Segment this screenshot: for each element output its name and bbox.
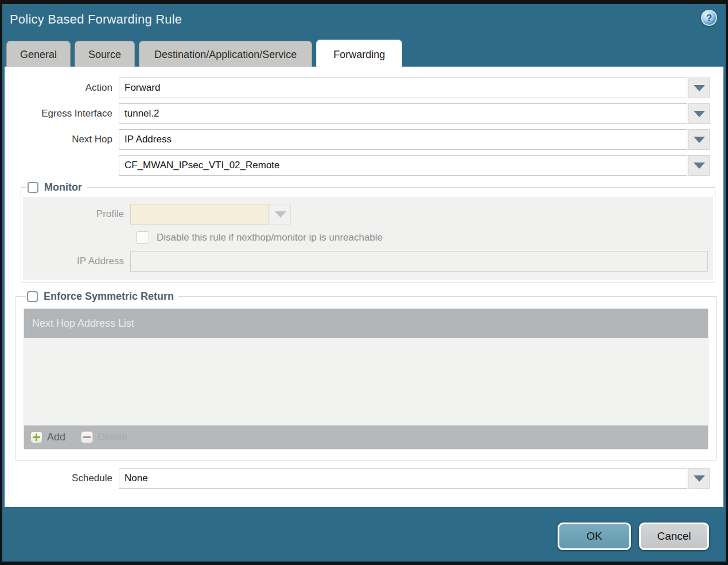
forwarding-tab-panel: Action Egress Interface Ne: [5, 67, 723, 507]
disable-rule-label: Disable this rule if nexthop/monitor ip …: [157, 232, 383, 243]
action-input[interactable]: [119, 78, 687, 98]
egress-interface-label: Egress Interface: [5, 108, 119, 119]
help-button[interactable]: ?: [701, 10, 717, 26]
next-hop-address-list-table: Next Hop Address List Add Delete: [24, 308, 708, 450]
tab-source[interactable]: Source: [75, 41, 135, 67]
help-icon: ?: [706, 13, 712, 23]
schedule-label: Schedule: [5, 473, 119, 484]
profile-row: Profile: [25, 204, 711, 225]
monitor-panel: Profile Disable this rule if nexthop/mon…: [23, 197, 713, 280]
monitor-checkbox[interactable]: [28, 182, 38, 193]
symmetric-return-legend-label: Enforce Symmetric Return: [44, 291, 174, 303]
monitor-legend-label: Monitor: [44, 181, 82, 194]
egress-interface-combo: [119, 103, 710, 124]
chevron-down-icon: [694, 111, 705, 117]
schedule-combo: [119, 468, 710, 489]
ok-button[interactable]: OK: [558, 523, 631, 550]
tab-forwarding[interactable]: Forwarding: [316, 40, 402, 67]
plus-icon: [30, 431, 42, 443]
dialog-titlebar: Policy Based Forwarding Rule: [2, 4, 726, 35]
dialog-button-bar: OK Cancel: [558, 523, 709, 550]
next-hop-combo: [119, 129, 710, 150]
monitor-ip-address-label: IP Address: [25, 256, 130, 267]
next-hop-label: Next Hop: [5, 134, 119, 145]
next-hop-dropdown-button[interactable]: [688, 129, 710, 150]
schedule-input[interactable]: [119, 468, 687, 489]
chevron-down-icon: [694, 137, 705, 143]
monitor-ip-address-row: IP Address: [25, 251, 711, 272]
chevron-down-icon: [694, 475, 705, 482]
dialog-title: Policy Based Forwarding Rule: [10, 12, 182, 27]
profile-label: Profile: [25, 208, 130, 220]
profile-combo: [130, 204, 708, 225]
cancel-button[interactable]: Cancel: [639, 523, 709, 550]
symmetric-return-group: Enforce Symmetric Return Next Hop Addres…: [15, 291, 717, 460]
table-header: Next Hop Address List: [24, 309, 708, 338]
disable-rule-row: Disable this rule if nexthop/monitor ip …: [137, 231, 711, 244]
profile-dropdown-button: [270, 204, 291, 225]
schedule-row: Schedule: [5, 468, 723, 489]
action-dropdown-button[interactable]: [688, 78, 710, 98]
next-hop-address-dropdown-button[interactable]: [688, 155, 710, 176]
next-hop-input[interactable]: [119, 129, 687, 150]
delete-button-label: Delete: [98, 431, 127, 443]
add-button-label: Add: [47, 431, 65, 443]
policy-based-forwarding-dialog: Policy Based Forwarding Rule ? General S…: [2, 4, 726, 562]
action-label: Action: [5, 82, 119, 94]
add-button[interactable]: Add: [30, 431, 65, 443]
disable-rule-checkbox: [137, 231, 149, 244]
window-frame: Policy Based Forwarding Rule ? General S…: [0, 0, 728, 565]
monitor-legend: Monitor: [26, 181, 87, 194]
schedule-dropdown-button[interactable]: [688, 468, 710, 489]
action-combo: [119, 78, 710, 98]
egress-interface-input[interactable]: [119, 103, 687, 124]
next-hop-row: Next Hop: [5, 129, 723, 150]
tab-bar: General Source Destination/Application/S…: [2, 35, 726, 67]
next-hop-address-combo: [119, 155, 710, 176]
chevron-down-icon: [694, 162, 705, 169]
table-toolbar: Add Delete: [24, 425, 708, 449]
chevron-down-icon: [694, 85, 705, 91]
monitor-ip-address-input: [130, 251, 708, 272]
tab-destination-application-service[interactable]: Destination/Application/Service: [139, 41, 312, 67]
egress-interface-dropdown-button[interactable]: [688, 103, 710, 124]
action-row: Action: [5, 78, 723, 98]
chevron-down-icon: [275, 211, 286, 218]
symmetric-return-legend: Enforce Symmetric Return: [26, 291, 178, 303]
delete-button: Delete: [81, 431, 127, 443]
next-hop-address-row: [5, 155, 723, 176]
egress-interface-row: Egress Interface: [5, 103, 723, 124]
minus-icon: [81, 431, 93, 443]
table-body: [24, 338, 708, 425]
next-hop-address-input[interactable]: [119, 155, 687, 176]
profile-input: [130, 204, 268, 225]
symmetric-return-checkbox[interactable]: [27, 291, 38, 302]
tab-general[interactable]: General: [6, 41, 71, 67]
monitor-group: Monitor Profile Disable: [21, 181, 715, 282]
